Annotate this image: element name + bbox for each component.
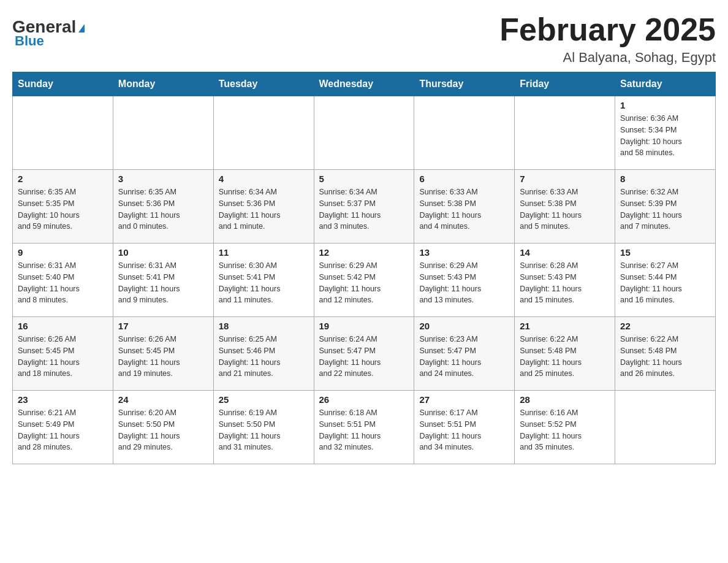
month-title: February 2025 (499, 12, 716, 47)
day-info: Sunrise: 6:30 AMSunset: 5:41 PMDaylight:… (219, 260, 309, 306)
calendar-cell (13, 96, 113, 170)
day-info: Sunrise: 6:35 AMSunset: 5:35 PMDaylight:… (18, 186, 108, 232)
day-number: 17 (118, 321, 208, 331)
day-info: Sunrise: 6:23 AMSunset: 5:47 PMDaylight:… (419, 334, 509, 380)
calendar-cell: 15Sunrise: 6:27 AMSunset: 5:44 PMDayligh… (615, 243, 716, 317)
day-info: Sunrise: 6:26 AMSunset: 5:45 PMDaylight:… (18, 334, 108, 380)
title-block: February 2025 Al Balyana, Sohag, Egypt (499, 12, 716, 66)
col-wednesday: Wednesday (314, 72, 414, 96)
calendar-cell (414, 96, 515, 170)
day-info: Sunrise: 6:34 AMSunset: 5:36 PMDaylight:… (219, 186, 309, 232)
calendar-cell: 13Sunrise: 6:29 AMSunset: 5:43 PMDayligh… (414, 243, 515, 317)
logo-triangle-icon (78, 24, 85, 33)
calendar-cell: 19Sunrise: 6:24 AMSunset: 5:47 PMDayligh… (314, 317, 414, 391)
calendar-cell: 8Sunrise: 6:32 AMSunset: 5:39 PMDaylight… (615, 170, 716, 243)
day-number: 27 (419, 394, 509, 405)
calendar-cell: 24Sunrise: 6:20 AMSunset: 5:50 PMDayligh… (113, 391, 213, 464)
day-number: 7 (520, 174, 610, 184)
location-title: Al Balyana, Sohag, Egypt (499, 50, 716, 66)
day-info: Sunrise: 6:17 AMSunset: 5:51 PMDaylight:… (419, 407, 509, 453)
day-number: 15 (620, 247, 710, 258)
calendar-cell: 16Sunrise: 6:26 AMSunset: 5:45 PMDayligh… (13, 317, 113, 391)
calendar-cell: 18Sunrise: 6:25 AMSunset: 5:46 PMDayligh… (213, 317, 314, 391)
col-sunday: Sunday (13, 72, 113, 96)
day-info: Sunrise: 6:22 AMSunset: 5:48 PMDaylight:… (520, 334, 610, 380)
day-number: 5 (319, 174, 409, 184)
day-number: 11 (219, 247, 309, 258)
day-info: Sunrise: 6:28 AMSunset: 5:43 PMDaylight:… (520, 260, 610, 306)
week-row-2: 2Sunrise: 6:35 AMSunset: 5:35 PMDaylight… (13, 170, 716, 243)
day-number: 1 (620, 100, 710, 110)
day-number: 4 (219, 174, 309, 184)
day-number: 21 (520, 321, 610, 331)
calendar-cell (113, 96, 213, 170)
day-info: Sunrise: 6:33 AMSunset: 5:38 PMDaylight:… (419, 186, 509, 232)
calendar-cell: 22Sunrise: 6:22 AMSunset: 5:48 PMDayligh… (615, 317, 716, 391)
calendar-cell: 28Sunrise: 6:16 AMSunset: 5:52 PMDayligh… (515, 391, 615, 464)
calendar-cell (515, 96, 615, 170)
logo-blue-text: Blue (15, 33, 44, 49)
col-monday: Monday (113, 72, 213, 96)
day-number: 6 (419, 174, 509, 184)
day-number: 12 (319, 247, 409, 258)
day-number: 28 (520, 394, 610, 405)
col-tuesday: Tuesday (213, 72, 314, 96)
day-info: Sunrise: 6:36 AMSunset: 5:34 PMDaylight:… (620, 113, 710, 159)
day-number: 19 (319, 321, 409, 331)
col-thursday: Thursday (414, 72, 515, 96)
day-info: Sunrise: 6:20 AMSunset: 5:50 PMDaylight:… (118, 407, 208, 453)
day-info: Sunrise: 6:31 AMSunset: 5:40 PMDaylight:… (18, 260, 108, 306)
day-info: Sunrise: 6:33 AMSunset: 5:38 PMDaylight:… (520, 186, 610, 232)
day-number: 22 (620, 321, 710, 331)
day-info: Sunrise: 6:29 AMSunset: 5:42 PMDaylight:… (319, 260, 409, 306)
day-info: Sunrise: 6:32 AMSunset: 5:39 PMDaylight:… (620, 186, 710, 232)
calendar-cell: 6Sunrise: 6:33 AMSunset: 5:38 PMDaylight… (414, 170, 515, 243)
week-row-3: 9Sunrise: 6:31 AMSunset: 5:40 PMDaylight… (13, 243, 716, 317)
day-number: 8 (620, 174, 710, 184)
week-row-4: 16Sunrise: 6:26 AMSunset: 5:45 PMDayligh… (13, 317, 716, 391)
day-info: Sunrise: 6:26 AMSunset: 5:45 PMDaylight:… (118, 334, 208, 380)
day-info: Sunrise: 6:34 AMSunset: 5:37 PMDaylight:… (319, 186, 409, 232)
day-info: Sunrise: 6:24 AMSunset: 5:47 PMDaylight:… (319, 334, 409, 380)
day-number: 10 (118, 247, 208, 258)
day-number: 14 (520, 247, 610, 258)
calendar-cell: 17Sunrise: 6:26 AMSunset: 5:45 PMDayligh… (113, 317, 213, 391)
day-number: 2 (18, 174, 108, 184)
calendar-cell: 14Sunrise: 6:28 AMSunset: 5:43 PMDayligh… (515, 243, 615, 317)
week-row-5: 23Sunrise: 6:21 AMSunset: 5:49 PMDayligh… (13, 391, 716, 464)
calendar-cell: 3Sunrise: 6:35 AMSunset: 5:36 PMDaylight… (113, 170, 213, 243)
day-info: Sunrise: 6:18 AMSunset: 5:51 PMDaylight:… (319, 407, 409, 453)
calendar-cell: 20Sunrise: 6:23 AMSunset: 5:47 PMDayligh… (414, 317, 515, 391)
calendar-cell: 25Sunrise: 6:19 AMSunset: 5:50 PMDayligh… (213, 391, 314, 464)
calendar-cell: 2Sunrise: 6:35 AMSunset: 5:35 PMDaylight… (13, 170, 113, 243)
calendar-cell: 26Sunrise: 6:18 AMSunset: 5:51 PMDayligh… (314, 391, 414, 464)
day-number: 23 (18, 394, 108, 405)
day-number: 25 (219, 394, 309, 405)
day-number: 16 (18, 321, 108, 331)
calendar-cell: 4Sunrise: 6:34 AMSunset: 5:36 PMDaylight… (213, 170, 314, 243)
calendar-cell: 11Sunrise: 6:30 AMSunset: 5:41 PMDayligh… (213, 243, 314, 317)
calendar-cell: 23Sunrise: 6:21 AMSunset: 5:49 PMDayligh… (13, 391, 113, 464)
calendar-cell (314, 96, 414, 170)
calendar-cell (213, 96, 314, 170)
day-info: Sunrise: 6:29 AMSunset: 5:43 PMDaylight:… (419, 260, 509, 306)
day-number: 24 (118, 394, 208, 405)
col-saturday: Saturday (615, 72, 716, 96)
logo: General Blue (12, 12, 85, 49)
day-info: Sunrise: 6:31 AMSunset: 5:41 PMDaylight:… (118, 260, 208, 306)
calendar-cell (615, 391, 716, 464)
day-number: 3 (118, 174, 208, 184)
day-info: Sunrise: 6:25 AMSunset: 5:46 PMDaylight:… (219, 334, 309, 380)
day-info: Sunrise: 6:16 AMSunset: 5:52 PMDaylight:… (520, 407, 610, 453)
calendar-cell: 12Sunrise: 6:29 AMSunset: 5:42 PMDayligh… (314, 243, 414, 317)
calendar-header-row: Sunday Monday Tuesday Wednesday Thursday… (13, 72, 716, 96)
day-number: 26 (319, 394, 409, 405)
day-number: 9 (18, 247, 108, 258)
calendar-cell: 9Sunrise: 6:31 AMSunset: 5:40 PMDaylight… (13, 243, 113, 317)
calendar-cell: 10Sunrise: 6:31 AMSunset: 5:41 PMDayligh… (113, 243, 213, 317)
page-header: General Blue February 2025 Al Balyana, S… (12, 12, 716, 66)
day-number: 20 (419, 321, 509, 331)
day-number: 18 (219, 321, 309, 331)
calendar-cell: 1Sunrise: 6:36 AMSunset: 5:34 PMDaylight… (615, 96, 716, 170)
day-info: Sunrise: 6:21 AMSunset: 5:49 PMDaylight:… (18, 407, 108, 453)
